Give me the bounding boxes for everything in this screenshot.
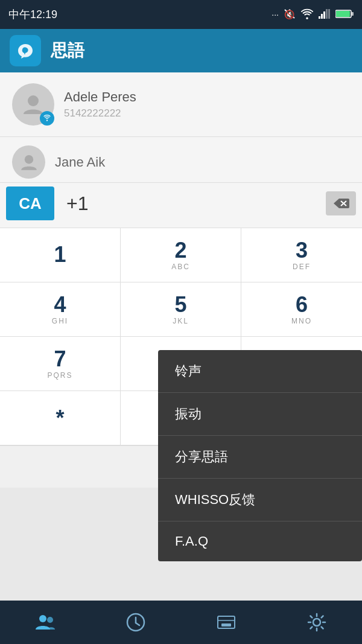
svg-line-19: [136, 623, 139, 625]
dial-number-display: +1: [60, 193, 320, 215]
svg-rect-2: [319, 16, 320, 19]
context-menu: 铃声 振动 分享思語 WHISSO反馈 F.A.Q: [158, 350, 362, 561]
key-4[interactable]: 4 GHI: [0, 282, 121, 337]
menu-item-share[interactable]: 分享思語: [158, 436, 362, 479]
svg-text:🔇: 🔇: [284, 10, 295, 19]
mute-icon: 🔇: [284, 8, 296, 21]
status-icons: ··· 🔇: [272, 8, 354, 21]
wifi-icon: [300, 8, 314, 21]
key-2[interactable]: 2 ABC: [121, 228, 241, 282]
contact-phone-1: 5142222222: [64, 107, 136, 120]
nav-dialpad[interactable]: [208, 604, 244, 640]
bottom-nav: [0, 601, 362, 644]
menu-item-ringtone[interactable]: 铃声: [158, 350, 362, 393]
dial-row: CA +1: [0, 183, 362, 228]
menu-item-faq[interactable]: F.A.Q: [158, 521, 362, 561]
key-star[interactable]: *: [0, 391, 121, 445]
key-5[interactable]: 5 JKL: [121, 282, 241, 337]
status-bar: 中午12:19 ··· 🔇: [0, 0, 362, 29]
app-header: 思語: [0, 29, 362, 72]
battery-icon: [335, 9, 354, 21]
svg-point-23: [313, 619, 320, 626]
nav-history[interactable]: [118, 604, 154, 640]
avatar-badge-1: [40, 111, 54, 126]
key-6[interactable]: 6 MNO: [241, 282, 362, 337]
key-7[interactable]: 7 PQRS: [0, 337, 121, 391]
contact-card-2[interactable]: Jane Aik: [0, 137, 362, 183]
nav-settings[interactable]: [299, 604, 335, 640]
avatar-2: [12, 145, 45, 179]
svg-point-12: [24, 155, 33, 164]
key-3[interactable]: 3 DEF: [241, 228, 362, 282]
key-1[interactable]: 1: [0, 228, 121, 282]
svg-point-16: [47, 617, 53, 623]
contact-name-2: Jane Aik: [55, 155, 105, 170]
status-time: 中午12:19: [8, 7, 57, 22]
svg-rect-8: [351, 12, 354, 16]
svg-point-15: [39, 615, 46, 622]
svg-point-11: [28, 95, 39, 106]
signal-dots-icon: ···: [272, 10, 279, 19]
svg-rect-22: [221, 623, 231, 626]
menu-item-feedback[interactable]: WHISSO反馈: [158, 479, 362, 521]
app-icon: [10, 35, 41, 66]
app-title: 思語: [51, 39, 84, 62]
svg-rect-3: [321, 14, 323, 19]
svg-rect-9: [336, 11, 350, 17]
contact-info-1: Adele Peres 5142222222: [64, 89, 136, 120]
signal-icon: [319, 9, 331, 21]
country-code-button[interactable]: CA: [6, 187, 54, 220]
svg-rect-6: [328, 9, 330, 19]
backspace-button[interactable]: [326, 191, 356, 215]
contact-name-1: Adele Peres: [64, 89, 136, 105]
contact-card-1[interactable]: Adele Peres 5142222222: [0, 72, 362, 137]
svg-rect-5: [326, 9, 328, 19]
menu-item-vibrate[interactable]: 振动: [158, 393, 362, 436]
svg-rect-4: [323, 11, 325, 19]
avatar-1: [12, 83, 54, 126]
nav-contacts[interactable]: [27, 604, 63, 640]
